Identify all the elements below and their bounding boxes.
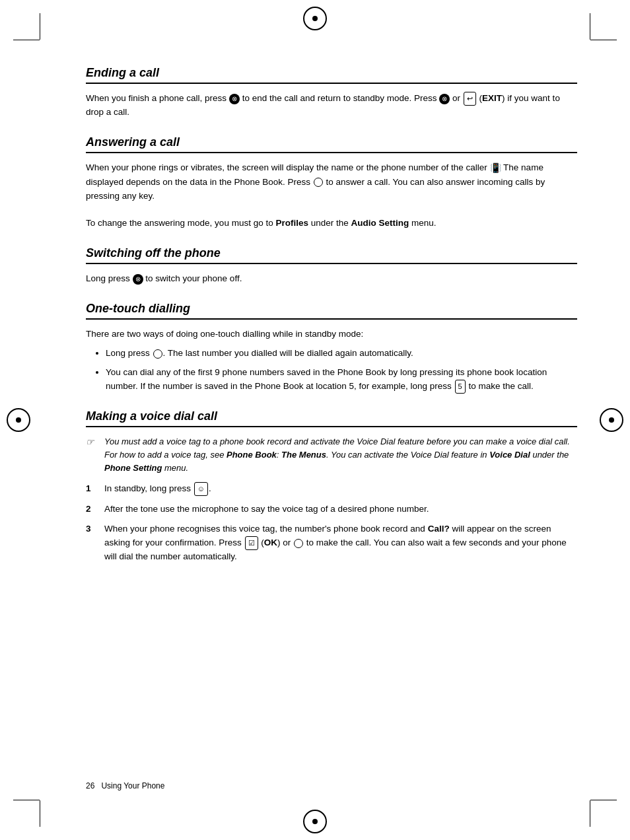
section-body-answering-a-call: When your phone rings or vibrates, the s…	[86, 161, 577, 230]
end-call-icon-1: ⊗	[229, 94, 240, 104]
step-2: 2 After the tone use the microphone to s…	[86, 503, 577, 516]
bullet-item-2: You can dial any of the first 9 phone nu…	[106, 366, 577, 394]
section-title-voice-dial: Making a voice dial call	[86, 409, 577, 427]
call-icon-2	[153, 349, 162, 359]
section-body-ending-a-call: When you finish a phone call, press ⊗ to…	[86, 92, 577, 120]
exit-label: EXIT	[482, 93, 502, 103]
vibrate-icon: 📳	[490, 161, 501, 176]
end-call-icon-2: ⊗	[439, 94, 450, 104]
step-1-text: In standby, long press ☺.	[104, 482, 211, 496]
call-icon-3	[294, 539, 303, 548]
call-icon-1	[314, 178, 323, 187]
bullet-item-1: Long press . The last number you dialled…	[106, 347, 577, 361]
step-3: 3 When your phone recognises this voice …	[86, 522, 577, 564]
section-answering-a-call: Answering a call When your phone rings o…	[86, 135, 577, 230]
ok-key-icon: ☑	[245, 536, 258, 550]
back-key-icon: ↩	[464, 92, 476, 106]
page-footer: 26 Using Your Phone	[86, 781, 164, 790]
profiles-label: Profiles	[275, 218, 308, 228]
phone-setting-ref: Phone Setting	[104, 463, 162, 473]
reg-mark-right	[600, 408, 623, 432]
note-text: You must add a voice tag to a phone book…	[104, 435, 577, 475]
note-icon: ☞	[86, 435, 99, 475]
voice-dial-note: ☞ You must add a voice tag to a phone bo…	[86, 435, 577, 475]
section-title-answering-a-call: Answering a call	[86, 135, 577, 153]
section-title-switching-off: Switching off the phone	[86, 246, 577, 264]
voice-dial-steps: 1 In standby, long press ☺. 2 After the …	[86, 482, 577, 565]
step-1-num: 1	[86, 482, 96, 496]
step-1: 1 In standby, long press ☺.	[86, 482, 577, 496]
nav-key-icon: ☺	[194, 482, 208, 496]
end-call-icon-3: ⊗	[133, 274, 143, 285]
page: Ending a call When you finish a phone ca…	[0, 0, 630, 840]
phone-book-ref: Phone Book	[227, 450, 277, 460]
reg-mark-left	[7, 408, 30, 432]
main-content: Ending a call When you finish a phone ca…	[86, 66, 577, 564]
footer-page-number: 26	[86, 781, 94, 790]
call-label: Call?	[428, 524, 450, 534]
audio-setting-label: Audio Setting	[351, 218, 409, 228]
section-body-switching-off: Long press ⊗ to switch your phone off.	[86, 272, 577, 286]
section-title-one-touch-dialling: One-touch dialling	[86, 302, 577, 320]
key-5-icon: 5	[455, 380, 466, 394]
section-one-touch-dialling: One-touch dialling There are two ways of…	[86, 302, 577, 394]
section-switching-off: Switching off the phone Long press ⊗ to …	[86, 246, 577, 286]
section-ending-a-call: Ending a call When you finish a phone ca…	[86, 66, 577, 120]
section-title-ending-a-call: Ending a call	[86, 66, 577, 84]
voice-dial-ref: Voice Dial	[489, 450, 530, 460]
ok-label: OK	[264, 538, 277, 547]
the-menus-ref: The Menus	[281, 450, 326, 460]
step-2-num: 2	[86, 503, 96, 516]
step-3-text: When your phone recognises this voice ta…	[104, 522, 577, 564]
reg-mark-bottom	[303, 810, 327, 833]
step-3-num: 3	[86, 522, 96, 564]
step-2-text: After the tone use the microphone to say…	[104, 503, 429, 516]
one-touch-bullets: Long press . The last number you dialled…	[106, 347, 577, 394]
reg-mark-top	[303, 7, 327, 30]
footer-text: Using Your Phone	[101, 781, 164, 790]
section-voice-dial: Making a voice dial call ☞ You must add …	[86, 409, 577, 564]
section-body-one-touch-intro: There are two ways of doing one-touch di…	[86, 328, 577, 341]
